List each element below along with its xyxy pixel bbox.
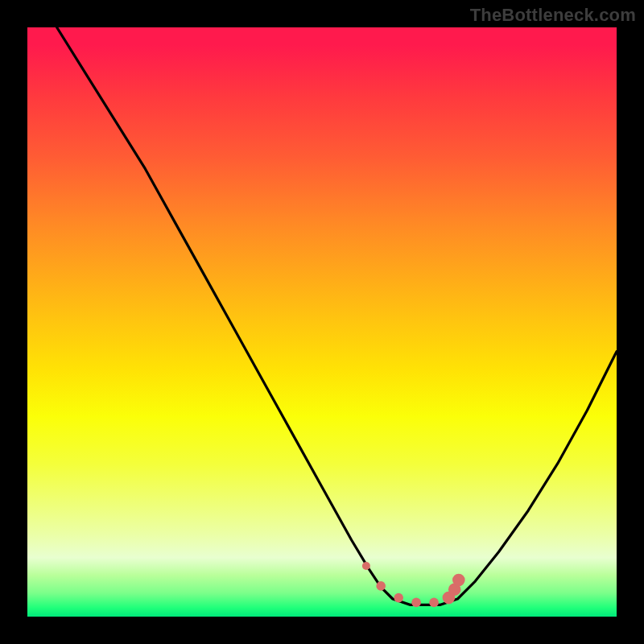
chart-frame: TheBottleneck.com	[0, 0, 644, 644]
bottleneck-curve-path	[57, 27, 617, 605]
optimal-marker	[452, 574, 465, 587]
watermark-text: TheBottleneck.com	[470, 5, 636, 26]
optimal-marker	[429, 598, 439, 608]
plot-area	[27, 27, 617, 617]
optimal-marker	[411, 598, 421, 608]
optimal-markers-group	[362, 562, 465, 607]
optimal-marker	[362, 562, 370, 570]
optimal-marker	[376, 581, 386, 591]
curve-svg	[27, 27, 617, 617]
optimal-marker	[394, 593, 403, 603]
